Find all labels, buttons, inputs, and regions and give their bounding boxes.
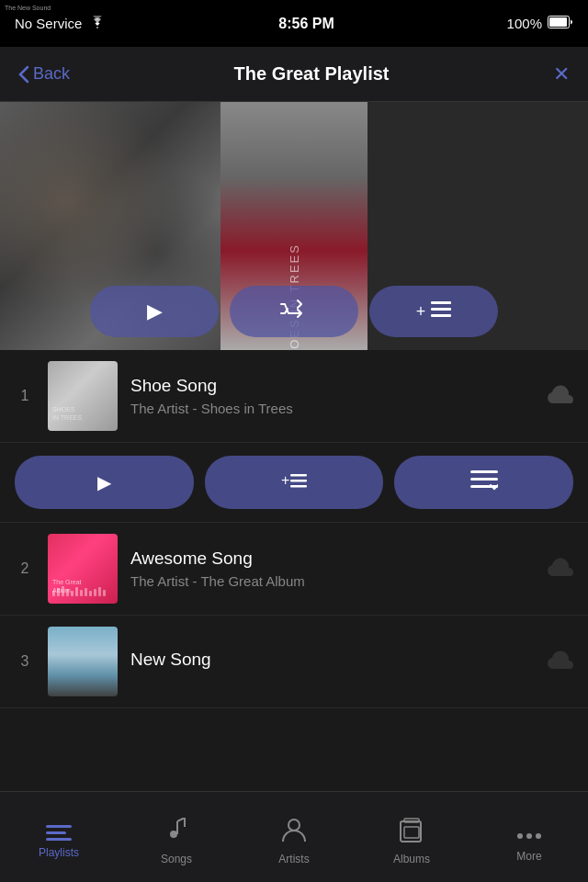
svg-rect-18: [80, 590, 83, 596]
song-title-2: Awesome Song: [130, 548, 535, 569]
svg-rect-27: [404, 827, 419, 838]
tab-albums-label: Albums: [393, 853, 430, 865]
song-art-2: The GreatAlbum: [48, 534, 118, 604]
hero-shuffle-button[interactable]: [230, 286, 358, 337]
svg-rect-6: [290, 474, 307, 477]
song-item-1[interactable]: 1 SHOESIN TREES Shoe Song The Artist - S…: [0, 350, 588, 443]
play-icon: ▶: [147, 300, 163, 323]
song-number-3: 3: [15, 653, 35, 670]
svg-rect-22: [98, 587, 101, 596]
svg-rect-14: [62, 586, 64, 596]
svg-rect-7: [290, 480, 307, 482]
svg-rect-16: [71, 591, 74, 596]
song-add-queue-button[interactable]: +: [205, 456, 384, 509]
song-artist-2: The Artist - The Great Album: [130, 573, 535, 589]
status-left: No Service: [15, 16, 106, 31]
cloud-icon-3: [548, 650, 573, 673]
tab-songs[interactable]: Songs: [118, 792, 235, 882]
song-info-1: Shoe Song The Artist - Shoes in Trees: [130, 376, 535, 416]
shuffle-icon: [279, 299, 309, 324]
cloud-icon-1: [548, 385, 573, 407]
song-art-3: The New Sound: [48, 627, 118, 696]
song-title-3: New Song: [130, 650, 535, 670]
play-icon: ▶: [97, 471, 111, 493]
back-button[interactable]: Back: [18, 64, 70, 84]
svg-point-30: [536, 833, 541, 839]
battery-level: 100%: [507, 16, 542, 31]
artists-icon: [282, 818, 306, 847]
svg-rect-19: [85, 588, 87, 596]
nav-bar: Back The Great Playlist ✕: [0, 47, 588, 102]
song-artist-1: The Artist - Shoes in Trees: [130, 401, 535, 416]
add-icon: +: [416, 302, 426, 322]
svg-rect-13: [57, 588, 60, 596]
svg-rect-17: [75, 587, 78, 596]
network-status: No Service: [15, 16, 82, 31]
page-title: The Great Playlist: [234, 63, 390, 85]
battery-icon: [548, 16, 573, 31]
tab-artists[interactable]: Artists: [235, 792, 353, 882]
albums-icon: [399, 818, 424, 847]
svg-rect-12: [52, 591, 55, 596]
song-info-3: New Song: [130, 650, 535, 674]
hero-section: SHOES IN TREES ▶ +: [0, 102, 588, 350]
status-bar: No Service 8:56 PM 100%: [0, 0, 588, 47]
back-label: Back: [33, 64, 70, 84]
song-title-1: Shoe Song: [130, 376, 535, 396]
svg-rect-10: [470, 478, 498, 481]
hero-controls: ▶ +: [0, 273, 588, 350]
svg-rect-9: [470, 470, 498, 473]
list-down-icon: [470, 470, 498, 495]
add-queue-icon: +: [281, 470, 307, 495]
tab-bar: Playlists Songs Artists: [0, 791, 588, 882]
status-right: 100%: [507, 16, 573, 31]
hero-play-button[interactable]: ▶: [90, 286, 219, 337]
svg-rect-20: [89, 591, 92, 596]
more-icon: [516, 820, 542, 844]
song-number-1: 1: [15, 388, 35, 404]
cloud-icon-2: [548, 558, 573, 580]
tab-more-label: More: [516, 850, 541, 863]
svg-rect-21: [94, 589, 96, 596]
song-controls-1: ▶ +: [0, 443, 588, 523]
list-icon: [431, 301, 451, 322]
svg-rect-15: [66, 589, 69, 596]
playlists-icon: [46, 825, 72, 841]
svg-rect-2: [431, 301, 451, 304]
tab-playlists[interactable]: Playlists: [0, 792, 118, 882]
tab-playlists-label: Playlists: [39, 846, 79, 859]
svg-point-28: [517, 833, 523, 839]
hero-add-button[interactable]: +: [369, 286, 498, 337]
wifi-icon: [89, 16, 106, 31]
svg-rect-8: [290, 485, 307, 488]
svg-rect-1: [549, 17, 567, 27]
svg-rect-23: [103, 590, 106, 596]
song-info-2: Awesome Song The Artist - The Great Albu…: [130, 548, 535, 589]
song-art-1: SHOESIN TREES: [48, 361, 118, 431]
tab-artists-label: Artists: [278, 853, 309, 865]
song-play-button[interactable]: ▶: [15, 456, 194, 509]
svg-point-24: [288, 820, 300, 831]
status-time: 8:56 PM: [278, 16, 334, 32]
tab-more[interactable]: More: [470, 792, 588, 882]
song-art-1-text: SHOESIN TREES: [52, 405, 82, 422]
song-list-options-button[interactable]: [394, 456, 573, 509]
tab-songs-label: Songs: [161, 853, 192, 865]
close-button[interactable]: ✕: [553, 62, 570, 86]
song-number-2: 2: [15, 560, 35, 577]
svg-rect-4: [431, 314, 451, 317]
svg-point-29: [526, 833, 532, 839]
svg-rect-3: [431, 308, 451, 311]
svg-text:+: +: [281, 472, 289, 488]
songs-icon: [166, 818, 187, 847]
song-item-2[interactable]: 2 The GreatAlbum Awesome Song The Artist…: [0, 523, 588, 616]
song-item-3[interactable]: 3 The New Sound New Song: [0, 616, 588, 708]
tab-albums[interactable]: Albums: [353, 792, 470, 882]
